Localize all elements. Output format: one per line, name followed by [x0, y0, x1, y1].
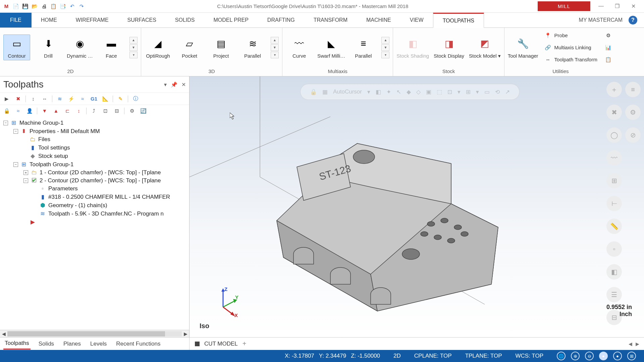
panel-pin-icon[interactable]: 📌	[171, 81, 177, 88]
tree-parameters[interactable]: ▫ Parameters	[1, 185, 188, 193]
util-icon-2[interactable]: 📊	[603, 43, 613, 52]
tb-help-icon[interactable]: ⓘ	[131, 95, 140, 103]
scroll-left-icon[interactable]: ◀	[0, 331, 7, 337]
tplane-indicator[interactable]: TPLANE: TOP	[465, 353, 502, 359]
ac-icon-13[interactable]: ⟲	[495, 88, 500, 96]
minimize-icon[interactable]: —	[596, 3, 606, 9]
collapse-icon[interactable]: −	[3, 121, 8, 125]
tb-icon-7[interactable]: ✎	[116, 95, 124, 103]
tb2-lock-icon[interactable]: 🔒	[3, 107, 11, 115]
collapse-icon[interactable]: −	[13, 129, 18, 134]
scroll-right-icon[interactable]: ▶	[182, 331, 189, 337]
tb2-icon-11[interactable]: ⚙	[128, 107, 136, 115]
stock-display-button[interactable]: ◨Stock Display	[434, 36, 464, 59]
dock-icon-10[interactable]: 📏	[606, 219, 622, 234]
tab-transform[interactable]: TRANSFORM	[304, 13, 357, 27]
status-globe-3-icon[interactable]: ⊖	[585, 352, 594, 360]
help-icon[interactable]: ?	[629, 16, 637, 24]
tab-surfaces[interactable]: SURFACES	[118, 13, 166, 27]
open-icon[interactable]: 📂	[31, 3, 38, 10]
tree-insert-marker[interactable]: ▶	[1, 218, 188, 226]
multiaxis-linking-button[interactable]: 🔗Multiaxis Linking	[543, 43, 599, 52]
face-button[interactable]: ▬Face	[98, 36, 125, 59]
scrollbar-thumb[interactable]	[7, 331, 165, 337]
tree-properties[interactable]: − ⬍ Properties - Mill Default MM	[1, 127, 188, 135]
tree-geometry[interactable]: ⬢ Geometry - (1) chain(s)	[1, 201, 188, 209]
tree-stock-setup[interactable]: ◆ Stock setup	[1, 152, 188, 160]
document-tab[interactable]: CUT MODEL	[204, 341, 238, 347]
collapse-icon[interactable]: −	[23, 178, 28, 183]
ac-icon-2[interactable]: ▦	[322, 88, 328, 96]
tree-tool-settings[interactable]: ▮ Tool settings	[1, 143, 188, 152]
tb-g1-icon[interactable]: G1	[90, 95, 98, 103]
select-icon[interactable]: ▶	[3, 95, 11, 103]
close-icon[interactable]: ✕	[629, 3, 638, 9]
stock-model-button[interactable]: ◩Stock Model ▾	[469, 36, 501, 59]
add-tab-icon[interactable]: +	[243, 340, 247, 348]
probe-button[interactable]: 📍Probe	[543, 31, 599, 40]
tb2-icon-9[interactable]: ⊡	[101, 107, 109, 115]
redo-icon[interactable]: ↷	[78, 3, 85, 10]
context-tab-mill[interactable]: MILL	[538, 1, 590, 11]
status-shade-1-icon[interactable]: ●	[599, 352, 608, 360]
tb2-icon-2[interactable]: ≈	[14, 107, 22, 115]
swarf-button[interactable]: ◣Swarf Milli…	[317, 36, 345, 59]
wcs-indicator[interactable]: WCS: TOP	[516, 353, 543, 359]
panel-horizontal-scrollbar[interactable]: ◀ ▶	[0, 330, 189, 337]
deselect-icon[interactable]: ✖	[14, 95, 22, 103]
expand-icon[interactable]: +	[23, 170, 28, 175]
panel-close-icon[interactable]: ✕	[181, 81, 186, 88]
dock-icon-3[interactable]: ✖	[606, 105, 622, 120]
ac-icon-12[interactable]: ▭	[484, 88, 490, 96]
dock-icon-8[interactable]: ⊞	[606, 173, 622, 188]
ac-icon-5[interactable]: ↖	[396, 88, 401, 96]
ac-icon-9[interactable]: ⬚	[437, 88, 442, 96]
status-globe-1-icon[interactable]: 🌐	[557, 352, 566, 360]
drill-button[interactable]: ⬇Drill	[35, 36, 62, 59]
status-shade-2-icon[interactable]: ●	[613, 352, 622, 360]
ac-icon-6[interactable]: ◆	[407, 88, 411, 96]
dynamic-button[interactable]: ◉Dynamic …	[66, 36, 93, 59]
3d-viewport[interactable]: ST-123 🔒 ▦ AutoCursor ▾ ◧ ✦ ↖ ◆ ◇ ▣ ⬚ ⊡ …	[190, 76, 644, 337]
project-button[interactable]: ▤Project	[208, 36, 234, 59]
dock-icon-7[interactable]: 〰	[606, 150, 622, 166]
contour-button[interactable]: ▭Contour	[3, 35, 30, 60]
panel-tab-planes[interactable]: Planes	[62, 339, 82, 349]
panel-tab-toolpaths[interactable]: Toolpaths	[3, 338, 31, 350]
tb2-icon-3[interactable]: 👤	[25, 107, 34, 115]
tree-op-1[interactable]: + 🗀 1 - Contour (2D chamfer) - [WCS: Top…	[1, 169, 188, 177]
tab-nav-left-icon[interactable]: ◀	[629, 341, 632, 347]
cplane-indicator[interactable]: CPLANE: TOP	[414, 353, 452, 359]
gallery-3d-control[interactable]: ▲▼▾	[271, 37, 279, 58]
undo-icon[interactable]: ↶	[68, 3, 76, 10]
curve-button[interactable]: 〰Curve	[286, 36, 313, 59]
dock-icon-4[interactable]: ⚙	[625, 105, 641, 120]
ac-icon-3[interactable]: ◧	[376, 88, 381, 96]
parallel-3d-button[interactable]: ≋Parallel	[239, 36, 266, 59]
ac-icon-1[interactable]: 🔒	[310, 88, 317, 96]
save-icon[interactable]: 💾	[21, 3, 29, 10]
tree-toolpath-group[interactable]: − ⊞ Toolpath Group-1	[1, 160, 188, 169]
tab-drafting[interactable]: DRAFTING	[258, 13, 304, 27]
parallel-multi-button[interactable]: ≡Parallel	[350, 36, 377, 59]
dock-icon-12[interactable]: ◧	[606, 264, 622, 280]
dock-icon-6[interactable]: ⊘	[625, 127, 641, 143]
ac-icon-10[interactable]: ⊡	[447, 88, 452, 96]
tb-icon-3[interactable]: ≋	[56, 95, 64, 103]
new-icon[interactable]: 📄	[12, 3, 19, 10]
tb-icon-6[interactable]: 📐	[101, 95, 109, 103]
panel-tab-recent[interactable]: Recent Functions	[115, 339, 162, 349]
tree-files[interactable]: 🗀 Files	[1, 135, 188, 143]
status-wire-icon[interactable]: ⊞	[627, 352, 636, 360]
tb2-icon-7[interactable]: ↕	[75, 107, 83, 115]
ac-icon-14[interactable]: ↗	[505, 88, 510, 96]
pocket-button[interactable]: ▱Pocket	[176, 36, 203, 59]
tree-toolpath-nc[interactable]: ≋ Toolpath - 5.9K - 3D Chamfer.NC - Prog…	[1, 209, 188, 218]
tree-machine-group[interactable]: − ⊞ Machine Group-1	[1, 119, 188, 127]
file-tab[interactable]: FILE	[0, 13, 32, 27]
tb-icon-5[interactable]: ≈	[78, 95, 87, 103]
maximize-icon[interactable]: ❐	[612, 3, 622, 9]
dock-icon-5[interactable]: ◯	[606, 127, 622, 143]
tab-model-prep[interactable]: MODEL PREP	[204, 13, 258, 27]
status-globe-2-icon[interactable]: ⊕	[571, 352, 580, 360]
